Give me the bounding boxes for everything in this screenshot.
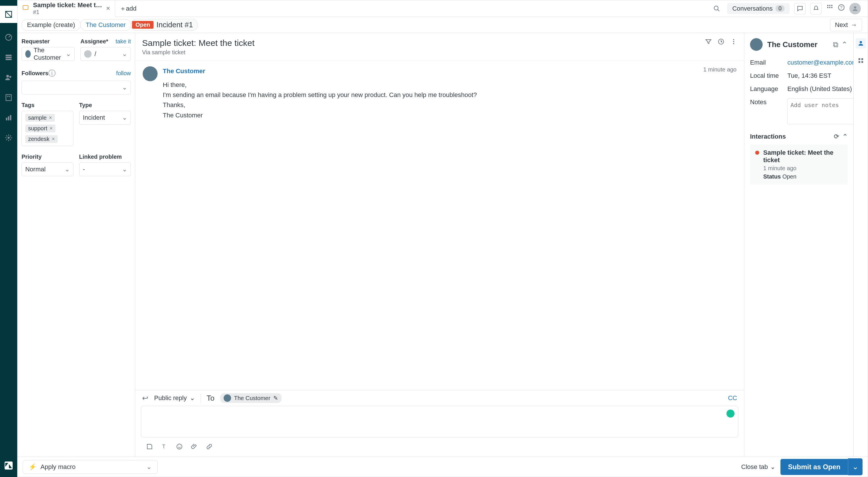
ticket-tab[interactable]: Sample ticket: Meet t… #1 × [18, 0, 115, 17]
svg-rect-18 [827, 7, 828, 8]
interaction-status-label: Status [763, 173, 781, 180]
person-icon [851, 5, 859, 12]
nav-views-icon[interactable] [3, 52, 14, 63]
requester-label: Requester [22, 38, 74, 45]
format-text-icon[interactable]: T [161, 443, 168, 452]
conversations-button[interactable]: Conversations 0 [727, 3, 789, 14]
svg-rect-16 [829, 5, 830, 6]
collapse-icon[interactable]: ⌃ [841, 40, 848, 49]
linked-problem-select[interactable]: - ⌄ [79, 162, 131, 176]
remove-tag-icon[interactable]: × [52, 136, 55, 142]
notes-input[interactable] [787, 98, 854, 124]
nav-reports-icon[interactable] [3, 112, 14, 123]
tags-input[interactable]: sample× support× zendesk× [22, 111, 73, 146]
reply-editor[interactable] [141, 406, 738, 437]
link-icon[interactable] [206, 443, 213, 452]
close-tab-label: Close tab [741, 463, 768, 471]
tag-chip: zendesk× [25, 135, 58, 143]
search-button[interactable] [711, 3, 722, 14]
breadcrumb-example[interactable]: Example (create) [22, 19, 81, 31]
nav-admin-icon[interactable] [3, 132, 14, 144]
submit-dropdown[interactable]: ⌄ [848, 458, 863, 475]
remove-tag-icon[interactable]: × [50, 125, 53, 131]
chevron-down-icon: ⌄ [122, 50, 127, 58]
collapse-icon[interactable]: ⌃ [842, 133, 848, 140]
follow-link[interactable]: follow [116, 70, 131, 76]
draft-icon[interactable] [146, 443, 153, 452]
attachment-icon[interactable] [191, 443, 198, 452]
filter-icon[interactable] [705, 38, 712, 47]
help-button[interactable]: ? [838, 4, 845, 13]
type-label: Type [79, 102, 131, 108]
context-user-icon[interactable] [856, 38, 866, 49]
close-tab-icon[interactable]: × [106, 4, 110, 12]
user-avatar[interactable] [849, 3, 861, 14]
edit-icon[interactable]: ✎ [273, 394, 278, 402]
svg-rect-11 [10, 115, 11, 121]
ticket-fields-panel: Requester The Customer ⌄ Assignee* take … [18, 33, 135, 457]
customer-email[interactable]: customer@example.com [787, 59, 854, 66]
apply-macro-button[interactable]: ⚡ Apply macro ⌄ [23, 460, 158, 474]
chat-bubble-icon [797, 5, 803, 12]
next-button[interactable]: Next → [830, 19, 862, 31]
context-bar: Example (create) The Customer Open Incid… [18, 17, 868, 33]
close-tab-button[interactable]: Close tab ⌄ [736, 460, 780, 474]
svg-point-26 [733, 41, 734, 42]
zendesk-logo-icon [3, 460, 14, 471]
followers-select[interactable]: ⌄ [22, 81, 131, 94]
apps-button[interactable] [826, 4, 833, 13]
divider [200, 394, 201, 402]
nav-customers-icon[interactable] [3, 72, 14, 83]
grammarly-icon[interactable] [726, 410, 735, 418]
next-label: Next [835, 21, 848, 29]
type-select[interactable]: Incident ⌄ [79, 111, 131, 125]
open-external-icon[interactable]: ⧉ [833, 40, 838, 49]
ticket-status[interactable]: Open Incident #1 [131, 19, 198, 31]
conversations-label: Conversations [732, 5, 773, 12]
svg-rect-10 [8, 116, 9, 120]
interaction-time: 1 minute ago [763, 165, 842, 171]
priority-select[interactable]: Normal ⌄ [22, 162, 73, 176]
svg-rect-34 [861, 58, 863, 60]
svg-rect-9 [6, 118, 7, 120]
submit-state: Open [823, 463, 840, 471]
author-link[interactable]: The Customer [163, 67, 205, 75]
plus-icon: ＋ [120, 4, 126, 13]
add-tab-button[interactable]: ＋ add [115, 0, 129, 17]
reply-type-select[interactable]: Public reply ⌄ [154, 394, 195, 402]
cc-link[interactable]: CC [728, 394, 737, 402]
author-avatar[interactable] [143, 66, 158, 81]
chevron-down-icon: ⌄ [122, 84, 127, 91]
remove-tag-icon[interactable]: × [49, 115, 52, 121]
more-icon[interactable] [730, 38, 737, 47]
svg-rect-33 [859, 58, 860, 60]
breadcrumb-customer[interactable]: The Customer [81, 19, 131, 31]
requester-select[interactable]: The Customer ⌄ [22, 47, 74, 61]
take-it-link[interactable]: take it [116, 38, 131, 45]
tab-title: Sample ticket: Meet t… [33, 1, 102, 9]
svg-rect-13 [23, 5, 28, 9]
chevron-down-icon: ⌄ [122, 166, 127, 173]
submit-button[interactable]: Submit as Open [780, 459, 848, 475]
add-tab-label: add [126, 5, 136, 12]
recipient-chip[interactable]: The Customer ✎ [220, 393, 282, 403]
apps-panel-icon[interactable] [856, 55, 866, 66]
conversations-count: 0 [776, 5, 784, 12]
info-icon[interactable]: ⓘ [48, 68, 56, 78]
apply-macro-label: Apply macro [40, 463, 75, 471]
nav-dashboard-icon[interactable] [3, 32, 14, 43]
interaction-title: Sample ticket: Meet the ticket [763, 149, 842, 164]
interaction-item[interactable]: Sample ticket: Meet the ticket 1 minute … [750, 145, 848, 185]
subject-input[interactable] [142, 38, 705, 48]
nav-home-icon[interactable] [0, 6, 17, 23]
refresh-icon[interactable]: ⟳ [834, 133, 839, 140]
history-icon[interactable] [718, 38, 724, 47]
nav-org-icon[interactable] [3, 92, 14, 103]
customer-avatar[interactable] [750, 38, 763, 51]
chevron-down-icon: ⌄ [190, 394, 195, 402]
assignee-select[interactable]: / ⌄ [81, 47, 131, 61]
notifications-button[interactable] [810, 3, 822, 14]
conversation-panel: Via sample ticket The Customer 1 minute … [135, 33, 744, 457]
emoji-icon[interactable] [176, 443, 183, 452]
chat-status-button[interactable] [794, 3, 806, 14]
